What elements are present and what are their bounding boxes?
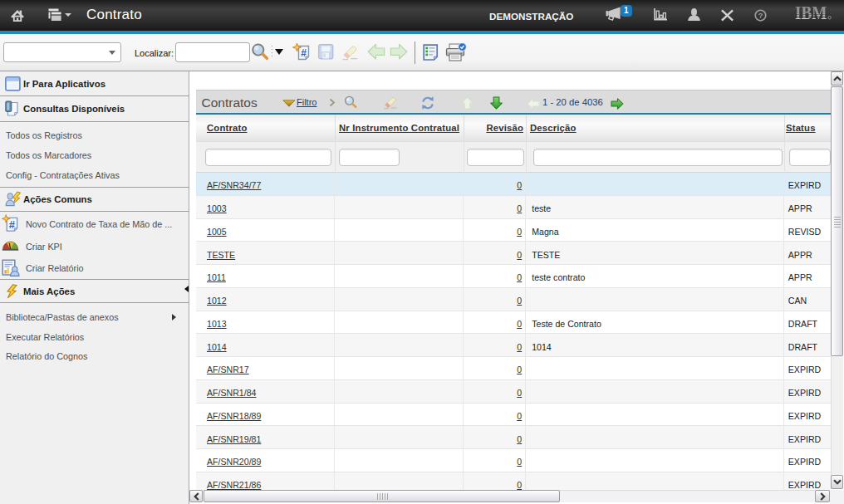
svg-text:#: # (301, 47, 307, 59)
svg-text:?: ? (758, 11, 763, 19)
svg-text:IBM: IBM (795, 5, 827, 21)
svg-text:#: # (9, 218, 15, 231)
